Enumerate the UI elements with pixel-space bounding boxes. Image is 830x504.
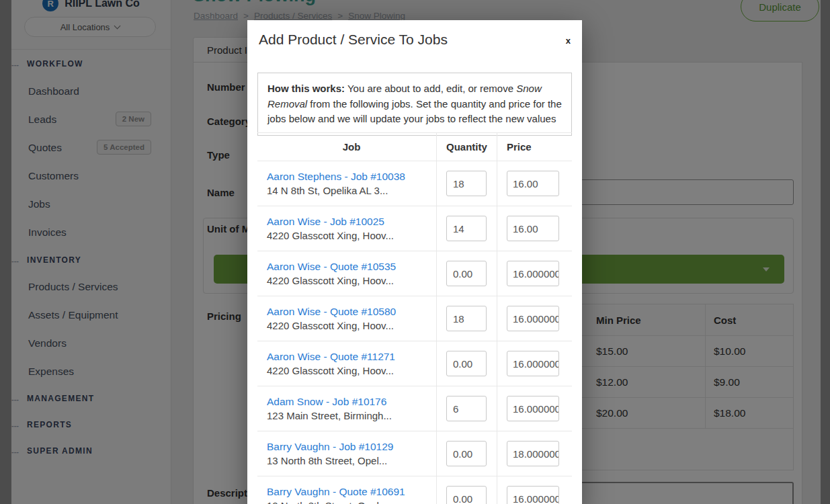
price-input[interactable]: [507, 261, 559, 286]
job-row: Aaron Wise - Quote #11271 4220 Glasscott…: [257, 341, 572, 386]
header-price: Price: [497, 133, 572, 161]
jobs-table-header-row: Job Quantity Price: [257, 132, 572, 161]
job-row: Aaron Wise - Quote #10580 4220 Glasscott…: [257, 296, 572, 341]
add-product-service-modal: Add Product / Service To Jobs x How this…: [247, 20, 582, 504]
job-link[interactable]: Aaron Wise - Job #10025: [267, 216, 436, 228]
job-address: 4220 Glasscott Xing, Hoov...: [267, 320, 436, 331]
close-icon[interactable]: x: [566, 36, 571, 46]
quantity-input[interactable]: [446, 171, 487, 196]
job-address: 123 Main Street, Birmingh...: [267, 410, 436, 421]
job-address: 4220 Glasscott Xing, Hoov...: [267, 365, 436, 376]
job-address: 14 N 8th St, Opelika AL 3...: [267, 185, 436, 196]
job-link[interactable]: Aaron Wise - Quote #11271: [267, 351, 436, 363]
job-address: 13 North 8th Street, Opel...: [267, 500, 436, 504]
price-input[interactable]: [507, 306, 559, 331]
info-bold-text: How this works:: [267, 83, 345, 94]
info-text-2: from the following jobs. Set the quantit…: [267, 98, 562, 125]
job-address: 4220 Glasscott Xing, Hoov...: [267, 275, 436, 286]
job-link[interactable]: Aaron Wise - Quote #10535: [267, 261, 436, 273]
quantity-input[interactable]: [446, 306, 487, 331]
header-job: Job: [257, 133, 436, 161]
price-input[interactable]: [507, 441, 559, 466]
quantity-input[interactable]: [446, 261, 487, 286]
quantity-input[interactable]: [446, 396, 487, 421]
job-row: Aaron Stephens - Job #10038 14 N 8th St,…: [257, 161, 572, 206]
price-input[interactable]: [507, 216, 559, 241]
quantity-input[interactable]: [446, 216, 487, 241]
info-text-1: You are about to add, edit, or remove: [345, 83, 516, 94]
job-row: Barry Vaughn - Job #10129 13 North 8th S…: [257, 431, 572, 476]
job-row: Aaron Wise - Job #10025 4220 Glasscott X…: [257, 206, 572, 251]
price-input[interactable]: [507, 486, 559, 504]
job-link[interactable]: Aaron Stephens - Job #10038: [267, 171, 436, 183]
job-row: Aaron Wise - Quote #10535 4220 Glasscott…: [257, 251, 572, 296]
quantity-input[interactable]: [446, 441, 487, 466]
price-input[interactable]: [507, 351, 559, 376]
quantity-input[interactable]: [446, 351, 487, 376]
job-link[interactable]: Aaron Wise - Quote #10580: [267, 306, 436, 318]
modal-info-box: How this works: You are about to add, ed…: [257, 73, 572, 136]
job-link[interactable]: Adam Snow - Job #10176: [267, 396, 436, 408]
job-row: Adam Snow - Job #10176 123 Main Street, …: [257, 386, 572, 431]
job-row: Barry Vaughn - Quote #10691 13 North 8th…: [257, 476, 572, 504]
modal-jobs-table: Job Quantity Price Aaron Stephens - Job …: [257, 132, 572, 504]
quantity-input[interactable]: [446, 486, 487, 504]
job-address: 4220 Glasscott Xing, Hoov...: [267, 230, 436, 241]
modal-title: Add Product / Service To Jobs: [259, 32, 448, 48]
job-link[interactable]: Barry Vaughn - Job #10129: [267, 441, 436, 453]
job-link[interactable]: Barry Vaughn - Quote #10691: [267, 486, 436, 498]
header-quantity: Quantity: [436, 133, 497, 161]
job-address: 13 North 8th Street, Opel...: [267, 455, 436, 466]
price-input[interactable]: [507, 171, 559, 196]
price-input[interactable]: [507, 396, 559, 421]
